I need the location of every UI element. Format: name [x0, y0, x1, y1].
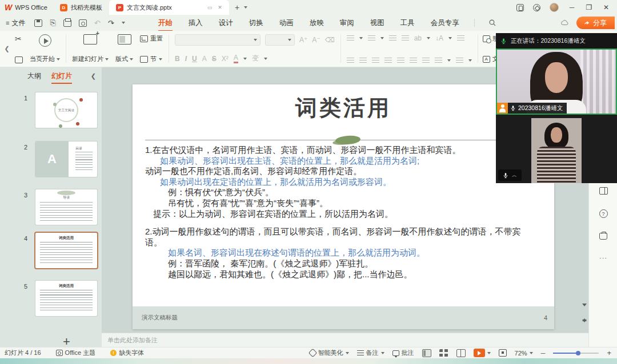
thumbnail-image[interactable]: 导读 [35, 189, 97, 225]
redo-icon[interactable]: ↷ [108, 19, 114, 27]
text-effect-button[interactable]: 变 [252, 54, 259, 63]
text-highlight-button[interactable]: ab [414, 34, 422, 42]
align-justify-button[interactable] [384, 58, 392, 63]
font-name-combobox[interactable] [175, 34, 261, 46]
paragraph-caret-icon[interactable] [447, 59, 451, 62]
increase-font-button[interactable]: A⁺ [299, 36, 307, 44]
self-mic-control[interactable]: ︿ [498, 169, 522, 181]
print-preview-icon[interactable] [79, 19, 87, 27]
tab-slides[interactable]: 幻灯片 [51, 71, 72, 81]
ribbon-collapse-button[interactable]: ❮ [2, 34, 11, 64]
share-button[interactable]: 分享 [576, 17, 615, 29]
save-icon[interactable] [34, 19, 42, 27]
highlight-caret-icon[interactable] [427, 37, 430, 39]
thumbnail-image[interactable]: 词类活用 [35, 281, 97, 316]
tab-docer-templates[interactable]: D 找稻壳模板 [53, 0, 109, 15]
help-icon[interactable]: ? [599, 209, 608, 218]
scroll-down-icon[interactable] [582, 304, 587, 306]
normal-view-button[interactable] [422, 349, 431, 357]
skin-theme-icon[interactable] [599, 233, 607, 240]
notes-button[interactable]: 备注 [357, 349, 384, 357]
text-effect-caret-icon[interactable] [264, 58, 267, 60]
strikethrough-button[interactable]: S [212, 55, 217, 63]
zoom-level[interactable]: 72% [515, 350, 533, 357]
reading-view-button[interactable] [456, 349, 466, 357]
new-tab-button[interactable]: + [235, 3, 239, 12]
webcam-feed-self[interactable]: ︿ [496, 115, 617, 183]
text-direction-button[interactable]: ↓A [435, 34, 443, 42]
section-button[interactable]: 节 [140, 55, 163, 63]
char-spacing-button[interactable]: A [202, 55, 207, 63]
theme-indicator[interactable]: Office 主题 [56, 349, 96, 357]
more-tools-icon[interactable]: ··· [599, 254, 607, 261]
tab-list-caret-icon[interactable] [244, 6, 247, 9]
zoom-slider[interactable] [553, 353, 599, 354]
align-left-button[interactable] [347, 58, 354, 63]
slide-body-text[interactable]: 1.在古代汉语中，名词可用作主语、宾语，而动词、形容词一般不用作主语和宾语。 如… [145, 145, 522, 280]
play-from-current-button[interactable]: 当页开始 [26, 34, 63, 64]
new-slide-button[interactable]: 新建幻灯片 [69, 34, 112, 64]
numbered-list-button[interactable] [368, 35, 375, 41]
panel-collapse-icon[interactable]: ❮ [91, 72, 96, 80]
slide-sorter-view-button[interactable] [439, 349, 448, 357]
tab-outline[interactable]: 大纲 [27, 71, 41, 81]
notes-area[interactable]: 单击此处添加备注 [102, 333, 588, 347]
search-icon[interactable] [488, 19, 496, 27]
tab-member[interactable]: 会员专享 [430, 16, 460, 30]
tab-home[interactable]: 开始 [157, 16, 174, 30]
tab-review[interactable]: 审阅 [339, 16, 355, 30]
tab-animation[interactable]: 动画 [278, 16, 295, 30]
decrease-font-button[interactable]: A⁻ [312, 36, 320, 44]
thumbnail-image[interactable]: 文言文阅读 [35, 92, 97, 128]
print-icon[interactable] [63, 19, 71, 27]
bullet-caret-icon[interactable] [359, 37, 363, 39]
layout-button[interactable]: 版式 [112, 34, 137, 64]
clear-format-icon[interactable]: ⌫ [325, 36, 335, 44]
font-size-combobox[interactable] [265, 34, 295, 46]
text-align-vertical-button[interactable] [456, 58, 463, 63]
line-spacing-button[interactable] [410, 58, 417, 63]
slide-title[interactable]: 词类活用 [133, 94, 554, 123]
fit-to-window-icon[interactable] [499, 349, 507, 357]
underline-button[interactable]: U [192, 55, 197, 63]
bullet-list-button[interactable] [347, 35, 354, 41]
slideshow-button[interactable] [474, 349, 491, 357]
tab-view[interactable]: 视图 [369, 16, 386, 30]
window-minimize-button[interactable]: ─ [568, 3, 576, 11]
smart-beautify-button[interactable]: 智能美化 [310, 349, 349, 357]
window-close-button[interactable]: ✕ [602, 3, 610, 11]
mic-expand-icon[interactable]: ︿ [512, 172, 517, 179]
number-caret-icon[interactable] [380, 37, 384, 39]
zoom-in-button[interactable]: + [607, 349, 611, 357]
export-icon[interactable]: ⎘ [50, 18, 55, 27]
undo-icon[interactable]: ↶ [94, 19, 101, 27]
tab-transition[interactable]: 切换 [248, 16, 265, 30]
missing-font-warning[interactable]: ! 缺失字体 [110, 349, 144, 357]
webcam-feed-speaker[interactable]: 20230816潘靖文 [496, 48, 617, 115]
tab-tools[interactable]: 工具 [399, 16, 416, 30]
align-right-button[interactable] [372, 58, 379, 63]
convert-smartart-button[interactable] [457, 35, 464, 41]
comments-button[interactable]: 批注 [392, 349, 414, 357]
device-sync-icon[interactable] [516, 4, 524, 11]
previous-slide-icon[interactable] [582, 310, 587, 321]
tab-design[interactable]: 设计 [218, 16, 234, 30]
columns-button[interactable] [422, 58, 430, 63]
superscript-button[interactable]: X² [222, 55, 229, 63]
cloud-sync-icon[interactable] [560, 19, 570, 27]
font-color-button[interactable]: A [234, 54, 238, 63]
quickbar-caret-icon[interactable] [122, 22, 125, 24]
font-color-caret-icon[interactable] [243, 58, 247, 60]
tab-restore-icon[interactable]: ▭ [207, 5, 213, 10]
cut-icon[interactable]: ✂ [15, 34, 23, 43]
reset-button[interactable]: 重置 [140, 34, 163, 43]
zoom-out-button[interactable]: ─ [541, 350, 546, 357]
tab-close-icon[interactable]: ✕ [218, 5, 222, 10]
align-center-button[interactable] [359, 58, 367, 63]
task-pane-icon[interactable] [599, 187, 608, 195]
valign-caret-icon[interactable] [468, 59, 472, 62]
meeting-video-panel[interactable]: 正在讲话：20230816潘靖文 20230816潘靖文 ︿ [496, 33, 617, 183]
paragraph-spacing-button[interactable] [435, 58, 442, 63]
slide-editor[interactable]: 词类活用 1.在古代汉语中，名词可用作主语、宾语，而动词、形容词一般不用作主语和… [133, 84, 554, 329]
user-avatar[interactable] [550, 3, 559, 12]
